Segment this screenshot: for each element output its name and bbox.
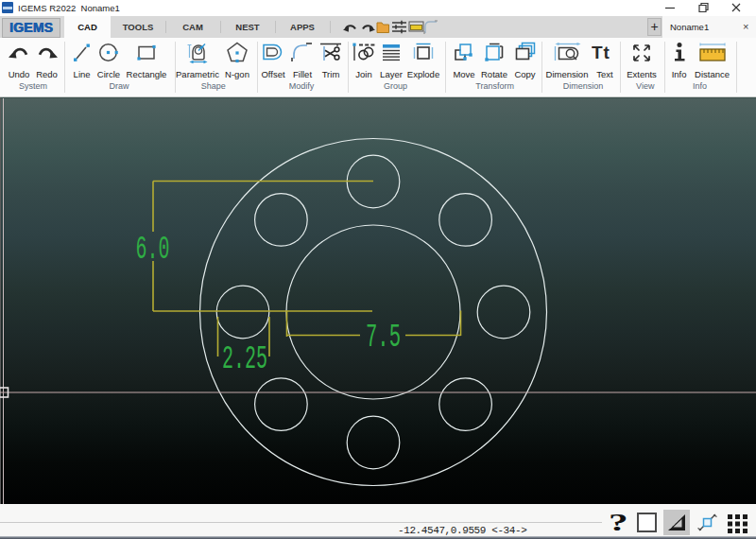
svg-text:7.5: 7.5	[366, 319, 401, 356]
svg-text:Tt: Tt	[592, 43, 610, 62]
svg-text:2.25: 2.25	[222, 340, 267, 378]
svg-text:6.0: 6.0	[136, 231, 170, 269]
